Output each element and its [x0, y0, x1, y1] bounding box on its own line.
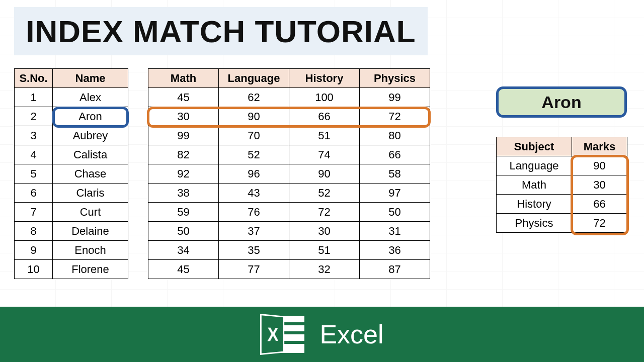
cell-score[interactable]: 52 [219, 145, 289, 164]
cell-name[interactable]: Calista [53, 145, 128, 164]
cell-score[interactable]: 72 [360, 107, 430, 126]
cell-score[interactable]: 34 [148, 241, 219, 260]
title-banner: INDEX MATCH TUTORIAL [14, 7, 428, 55]
cell-score[interactable]: 62 [219, 88, 289, 107]
cell-score[interactable]: 90 [289, 164, 360, 184]
cell-score[interactable]: 96 [219, 164, 289, 184]
cell-sno[interactable]: 4 [15, 145, 53, 164]
lookup-name-cell[interactable]: Aron [496, 86, 627, 118]
header-math: Math [148, 69, 219, 88]
table-row[interactable]: 5Chase92969058 [15, 164, 430, 184]
app-banner: X Excel [0, 307, 644, 362]
cell-score[interactable]: 77 [219, 260, 289, 279]
cell-score[interactable]: 99 [148, 126, 219, 145]
cell-sno[interactable]: 8 [15, 222, 53, 241]
cell-sno[interactable]: 9 [15, 241, 53, 260]
cell-marks[interactable]: 72 [572, 214, 627, 233]
cell-score[interactable]: 45 [148, 260, 219, 279]
cell-sno[interactable]: 3 [15, 126, 53, 145]
cell-score[interactable]: 99 [360, 88, 430, 107]
cell-score[interactable]: 100 [289, 88, 360, 107]
table-row[interactable]: 1Alex456210099 [15, 88, 430, 107]
cell-sno[interactable]: 7 [15, 203, 53, 222]
cell-score[interactable]: 51 [289, 241, 360, 260]
cell-score[interactable]: 35 [219, 241, 289, 260]
table-row[interactable]: History66 [497, 195, 627, 214]
cell-score[interactable]: 31 [360, 222, 430, 241]
cell-score[interactable]: 32 [289, 260, 360, 279]
table-row[interactable]: Physics72 [497, 214, 627, 233]
header-name: Name [53, 69, 128, 88]
cell-score[interactable]: 70 [219, 126, 289, 145]
worksheet[interactable]: INDEX MATCH TUTORIAL S.No. Name Math Lan… [0, 0, 644, 362]
table-row[interactable]: Math30 [497, 175, 627, 195]
cell-score[interactable]: 37 [219, 222, 289, 241]
cell-score[interactable]: 58 [360, 164, 430, 184]
table-row[interactable]: 7Curt59767250 [15, 203, 430, 222]
cell-name[interactable]: Aron [53, 107, 128, 126]
cell-score[interactable]: 52 [289, 184, 360, 203]
gap-col [128, 184, 148, 203]
gap-col [128, 107, 148, 126]
cell-score[interactable]: 87 [360, 260, 430, 279]
result-header-row: Subject Marks [497, 137, 627, 156]
cell-sno[interactable]: 6 [15, 184, 53, 203]
table-row[interactable]: Language90 [497, 156, 627, 175]
cell-name[interactable]: Chase [53, 164, 128, 184]
gap-col [128, 88, 148, 107]
cell-subject[interactable]: Physics [497, 214, 572, 233]
cell-name[interactable]: Enoch [53, 241, 128, 260]
cell-score[interactable]: 51 [289, 126, 360, 145]
header-history: History [289, 69, 360, 88]
cell-score[interactable]: 80 [360, 126, 430, 145]
cell-score[interactable]: 74 [289, 145, 360, 164]
cell-score[interactable]: 50 [360, 203, 430, 222]
grades-table[interactable]: S.No. Name Math Language History Physics… [14, 68, 430, 279]
cell-sno[interactable]: 2 [15, 107, 53, 126]
lookup-result-table[interactable]: Subject Marks Language90Math30History66P… [496, 137, 627, 233]
cell-score[interactable]: 38 [148, 184, 219, 203]
cell-score[interactable]: 90 [219, 107, 289, 126]
table-row[interactable]: 3Aubrey99705180 [15, 126, 430, 145]
cell-marks[interactable]: 90 [572, 156, 627, 175]
excel-icon-letter: X [260, 314, 284, 355]
table-row[interactable]: 10Florene45773287 [15, 260, 430, 279]
cell-subject[interactable]: Language [497, 156, 572, 175]
gap-col [128, 260, 148, 279]
cell-marks[interactable]: 30 [572, 175, 627, 195]
cell-score[interactable]: 92 [148, 164, 219, 184]
result-header-marks: Marks [572, 137, 627, 156]
table-row[interactable]: 6Claris38435297 [15, 184, 430, 203]
cell-subject[interactable]: History [497, 195, 572, 214]
cell-score[interactable]: 50 [148, 222, 219, 241]
table-row[interactable]: 4Calista82527466 [15, 145, 430, 164]
cell-name[interactable]: Aubrey [53, 126, 128, 145]
table-row[interactable]: 8Delaine50373031 [15, 222, 430, 241]
cell-score[interactable]: 66 [289, 107, 360, 126]
cell-score[interactable]: 30 [148, 107, 219, 126]
cell-name[interactable]: Alex [53, 88, 128, 107]
cell-score[interactable]: 36 [360, 241, 430, 260]
header-physics: Physics [360, 69, 430, 88]
cell-sno[interactable]: 5 [15, 164, 53, 184]
cell-name[interactable]: Curt [53, 203, 128, 222]
cell-sno[interactable]: 1 [15, 88, 53, 107]
table-row[interactable]: 2Aron30906672 [15, 107, 430, 126]
cell-name[interactable]: Florene [53, 260, 128, 279]
cell-name[interactable]: Claris [53, 184, 128, 203]
gap-col [128, 164, 148, 184]
cell-score[interactable]: 45 [148, 88, 219, 107]
cell-score[interactable]: 66 [360, 145, 430, 164]
cell-sno[interactable]: 10 [15, 260, 53, 279]
table-row[interactable]: 9Enoch34355136 [15, 241, 430, 260]
cell-subject[interactable]: Math [497, 175, 572, 195]
cell-score[interactable]: 97 [360, 184, 430, 203]
cell-score[interactable]: 30 [289, 222, 360, 241]
cell-score[interactable]: 72 [289, 203, 360, 222]
cell-name[interactable]: Delaine [53, 222, 128, 241]
cell-score[interactable]: 43 [219, 184, 289, 203]
cell-score[interactable]: 59 [148, 203, 219, 222]
cell-marks[interactable]: 66 [572, 195, 627, 214]
cell-score[interactable]: 82 [148, 145, 219, 164]
cell-score[interactable]: 76 [219, 203, 289, 222]
